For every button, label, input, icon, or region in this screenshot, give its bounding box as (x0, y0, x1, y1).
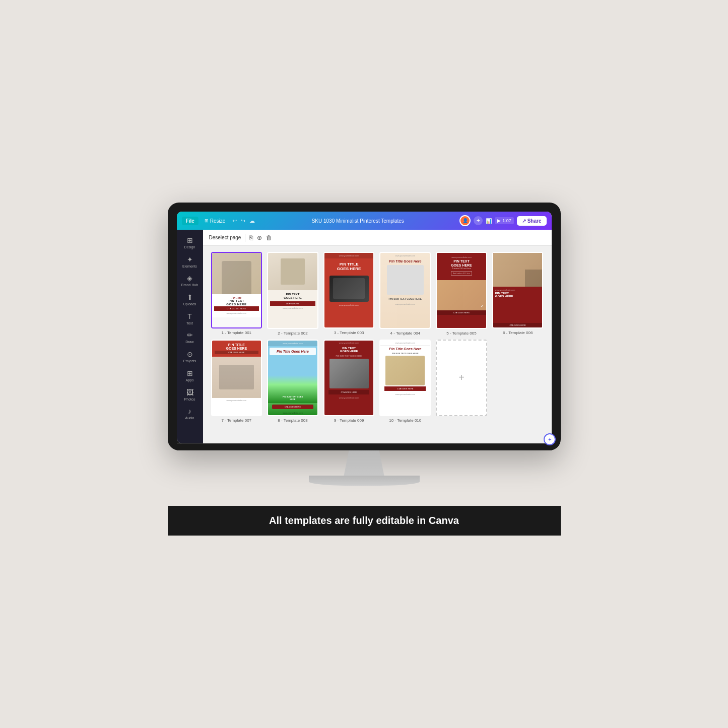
template-label-008: 8 - Template 008 (278, 418, 307, 423)
toolbar-actions: ↩ ↪ ☁ (231, 217, 256, 225)
main-content: Deselect page ⎘ ⊕ 🗑 (203, 230, 552, 443)
share-icon: ↗ (522, 218, 526, 224)
template-thumb-004[interactable]: www.yourwebsite.com Pin Title Goes Here … (379, 252, 431, 329)
template-label-005: 5 - Template 005 (446, 331, 476, 336)
template-label-002: 2 - Template 002 (278, 331, 307, 336)
template-thumb-006[interactable]: www.yourwebsite.com PIN TEXTGOES HERE CT… (492, 252, 544, 328)
template-label-009: 9 - Template 009 (334, 418, 364, 423)
template-label-004: 4 - Template 004 (390, 331, 420, 336)
bottom-bar-text: All templates are fully editable in Canv… (269, 515, 459, 526)
sidebar-label-brand: Brand Hub (181, 283, 198, 287)
bottom-bar: All templates are fully editable in Canv… (168, 506, 561, 536)
file-button[interactable]: File (182, 217, 198, 225)
sidebar-item-apps[interactable]: ⊞ Apps (178, 367, 202, 385)
top-bar-right: 👤 + 📊 ▶ 1:07 ↗ Share (459, 215, 546, 226)
avatar: 👤 (459, 215, 471, 226)
sidebar-label-projects: Projects (183, 359, 196, 363)
editor-title: SKU 1030 Minimalist Pinterest Templates (259, 218, 456, 224)
draw-icon: ✏ (187, 331, 193, 339)
templates-row1: Pin Title PIN TEXTGOES HERE CTA GOES HER… (211, 252, 544, 336)
elements-icon: ✦ (187, 255, 193, 263)
sidebar-label-apps: Apps (186, 378, 194, 382)
projects-icon: ⊙ (187, 350, 193, 358)
timer-display: ▶ 1:07 (495, 217, 514, 224)
chart-icon[interactable]: 📊 (486, 218, 492, 224)
template-item-003[interactable]: www.yourwebsite.com PIN TITLEGOES HERE w… (323, 252, 375, 336)
sidebar-item-text[interactable]: T Text (178, 310, 202, 328)
monitor-chin (177, 443, 552, 450)
redo-icon[interactable]: ↪ (240, 217, 246, 225)
template-label-001: 1 - Template 001 (222, 330, 251, 335)
template-item-009[interactable]: www.yourwebsite.com PIN TEXTGOES HERE PI… (323, 340, 375, 423)
sidebar-item-draw[interactable]: ✏ Draw (178, 328, 202, 347)
brand-icon: ◈ (187, 274, 192, 282)
monitor: File Resize ↩ ↪ ☁ SKU 1030 Minimalist Pi… (168, 203, 561, 486)
screen-bezel: File Resize ↩ ↪ ☁ SKU 1030 Minimalist Pi… (177, 212, 552, 443)
sidebar-item-brand[interactable]: ◈ Brand Hub (178, 272, 202, 290)
sidebar-item-design[interactable]: ⊞ Design (178, 234, 202, 252)
template-label-003: 3 - Template 003 (334, 330, 364, 335)
resize-button[interactable]: Resize (202, 217, 229, 225)
sidebar-item-audio[interactable]: ♪ Audio (178, 405, 202, 423)
template-item-006[interactable]: www.yourwebsite.com PIN TEXTGOES HERE CT… (492, 252, 544, 336)
editor-body: ⊞ Design ✦ Elements ◈ Brand Hub ⬆ (177, 230, 552, 443)
template-item-008[interactable]: www.yourwebsite.com Pin Title Goes Here … (267, 340, 318, 423)
add-page-icon: + (458, 372, 465, 383)
template-thumb-008[interactable]: www.yourwebsite.com Pin Title Goes Here … (267, 340, 318, 417)
template-thumb-010[interactable]: www.yourwebsite.com Pin Title Goes Here … (379, 340, 431, 417)
template-item-010[interactable]: www.yourwebsite.com Pin Title Goes Here … (379, 340, 431, 423)
template-item-add[interactable]: + (436, 340, 487, 423)
sidebar-label-audio: Audio (185, 416, 194, 420)
deselect-page-button[interactable]: Deselect page (209, 235, 241, 240)
template-label-007: 7 - Template 007 (222, 418, 251, 423)
templates-area: Pin Title PIN TEXTGOES HERE CTA GOES HER… (203, 246, 552, 443)
audio-icon: ♪ (188, 407, 191, 415)
template-item-002[interactable]: PIN TEXTGOES HERE LEARN MORE www.yourweb… (267, 252, 318, 336)
share-button[interactable]: ↗ Share (517, 216, 547, 226)
add-collaborator-button[interactable]: + (474, 216, 483, 225)
cloud-icon: ☁ (248, 217, 256, 225)
left-sidebar: ⊞ Design ✦ Elements ◈ Brand Hub ⬆ (177, 230, 203, 443)
sidebar-label-text: Text (186, 321, 193, 325)
template-label-010: 10 - Template 010 (389, 418, 421, 423)
uploads-icon: ⬆ (187, 293, 193, 301)
template-thumb-001[interactable]: Pin Title PIN TEXTGOES HERE CTA GOES HER… (211, 252, 262, 328)
template-item-007[interactable]: PIN TITLEGOES HERE CTA GOES HERE www.you… (211, 340, 262, 423)
play-icon: ▶ (497, 218, 501, 223)
sidebar-item-projects[interactable]: ⊙ Projects (178, 348, 202, 366)
photos-icon: 🖼 (186, 388, 193, 396)
template-thumb-add[interactable]: + (436, 340, 487, 417)
template-thumb-002[interactable]: PIN TEXTGOES HERE LEARN MORE www.yourweb… (267, 252, 318, 329)
template-thumb-003[interactable]: www.yourwebsite.com PIN TITLEGOES HERE w… (323, 252, 375, 328)
top-bar: File Resize ↩ ↪ ☁ SKU 1030 Minimalist Pi… (177, 212, 552, 230)
monitor-stand-base (309, 476, 420, 486)
canva-editor: File Resize ↩ ↪ ☁ SKU 1030 Minimalist Pi… (177, 212, 552, 443)
template-thumb-007[interactable]: PIN TITLEGOES HERE CTA GOES HERE www.you… (211, 340, 262, 416)
template-item-005[interactable]: www.yourwebsite.com PIN TEXTGOES HERE Pr… (436, 252, 487, 336)
sidebar-label-photos: Photos (184, 398, 195, 402)
share-label: Share (527, 218, 542, 224)
sidebar-item-elements[interactable]: ✦ Elements (178, 253, 202, 271)
template-item-004[interactable]: www.yourwebsite.com Pin Title Goes Here … (379, 252, 431, 336)
timer-value: 1:07 (502, 218, 511, 223)
template-thumb-009[interactable]: www.yourwebsite.com PIN TEXTGOES HERE PI… (323, 340, 375, 416)
sidebar-label-elements: Elements (182, 264, 197, 269)
sidebar-item-photos[interactable]: 🖼 Photos (178, 386, 202, 404)
copy-icon[interactable]: ⎘ (249, 234, 253, 241)
undo-icon[interactable]: ↩ (231, 217, 238, 225)
text-icon: T (187, 312, 192, 320)
sidebar-label-design: Design (184, 245, 195, 249)
duplicate-icon[interactable]: ⊕ (257, 234, 262, 241)
delete-icon[interactable]: 🗑 (266, 234, 272, 241)
sidebar-label-draw: Draw (185, 340, 193, 344)
toolbar-divider (245, 234, 245, 242)
monitor-outer: File Resize ↩ ↪ ☁ SKU 1030 Minimalist Pi… (168, 203, 561, 450)
sidebar-item-uploads[interactable]: ⬆ Uploads (178, 291, 202, 309)
sparkle-button[interactable]: ✦ (544, 433, 552, 443)
design-icon: ⊞ (187, 236, 193, 244)
template-label-006: 6 - Template 006 (503, 330, 533, 335)
apps-icon: ⊞ (187, 369, 193, 377)
template-thumb-005[interactable]: www.yourwebsite.com PIN TEXTGOES HERE Pr… (436, 252, 487, 329)
template-item-001[interactable]: Pin Title PIN TEXTGOES HERE CTA GOES HER… (211, 252, 262, 336)
editor-toolbar: Deselect page ⎘ ⊕ 🗑 (203, 230, 552, 246)
